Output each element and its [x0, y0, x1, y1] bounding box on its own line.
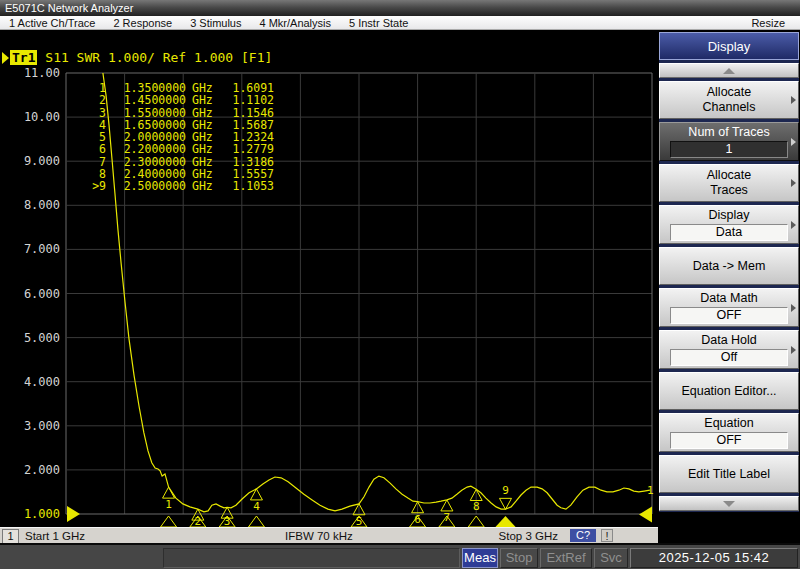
marker-1-axis-symbol — [161, 516, 177, 527]
menu-item-4[interactable]: 4 Mkr/Analysis — [250, 17, 340, 29]
active-marker-axis-symbol — [495, 516, 517, 527]
softkey-scroll-up-button[interactable] — [659, 63, 799, 78]
svc-indicator: Svc — [594, 548, 628, 568]
ifbw-label: IFBW 70 kHz — [285, 529, 353, 543]
softkey-allocate-traces-button[interactable]: AllocateTraces — [659, 164, 799, 202]
softkey-edit-title-label-button[interactable]: Edit Title Label — [659, 455, 799, 493]
message-area — [163, 548, 460, 568]
softkey-value: 1 — [670, 141, 788, 158]
softkey-equation-button[interactable]: EquationOFF — [659, 413, 799, 452]
marker-table-row: 21.4500000GHz1.1102 — [80, 94, 274, 106]
marker-freq: 2.2000000 — [114, 143, 186, 155]
instrument-screen: Tr1 S11 SWR 1.000/ Ref 1.000 [F1] 11.001… — [0, 31, 658, 527]
marker-freq: 2.5000000 — [114, 180, 186, 192]
meas-status-badge: Meas — [462, 548, 498, 568]
softkey-label: Data Hold — [701, 333, 757, 348]
marker-7-number: 7 — [444, 511, 451, 524]
scroll-up-icon — [723, 68, 735, 74]
reference-level-marker-left — [67, 506, 80, 522]
softkey-label: Allocate — [707, 168, 751, 183]
extref-indicator: ExtRef — [540, 548, 592, 568]
marker-4-axis-symbol — [248, 516, 264, 527]
softkey-label: Channels — [703, 100, 756, 115]
marker-value: 1.2779 — [226, 143, 274, 155]
softkey-label: Equation — [704, 416, 753, 431]
softkey-label: Edit Title Label — [688, 467, 770, 482]
marker-n: 2 — [80, 94, 106, 106]
softkey-label: Traces — [710, 183, 748, 198]
marker-freq: 1.4500000 — [114, 94, 186, 106]
submenu-arrow-icon — [791, 221, 796, 229]
softkey-data-to-mem-button[interactable]: Data -> Mem — [659, 247, 799, 285]
submenu-arrow-icon — [791, 96, 796, 104]
menu-bar: 1 Active Ch/Trace2 Response3 Stimulus4 M… — [0, 16, 800, 30]
marker-n: 6 — [80, 143, 106, 155]
softkey-label: Data -> Mem — [693, 259, 766, 274]
warning-badge: ! — [601, 529, 613, 542]
e5071c-application-window: E5071C Network Analyzer 1 Active Ch/Trac… — [0, 0, 800, 569]
marker-value: 1.1053 — [226, 180, 274, 192]
correction-status-badge: C? — [570, 529, 596, 542]
marker-n: >9 — [80, 180, 106, 192]
y-axis-tick-label: 1.000 — [24, 507, 60, 521]
datetime-display: 2025-12-05 15:42 — [630, 548, 798, 568]
softkey-label: Allocate — [707, 85, 751, 100]
menu-item-2[interactable]: 2 Response — [104, 17, 181, 29]
trace-header-text: S11 SWR 1.000/ Ref 1.000 [F1] — [45, 50, 272, 65]
menu-item-3[interactable]: 3 Stimulus — [181, 17, 250, 29]
menu-item-1[interactable]: 1 Active Ch/Trace — [0, 17, 104, 29]
active-marker-number: 9 — [502, 484, 509, 497]
trace-header[interactable]: Tr1 S11 SWR 1.000/ Ref 1.000 [F1] — [2, 50, 272, 65]
trace-name-badge: Tr1 — [10, 50, 37, 65]
y-axis-tick-label: 5.000 — [24, 331, 60, 345]
softkey-scroll-down-button[interactable] — [659, 496, 799, 511]
trace-number-label: 1 — [647, 484, 654, 497]
window-title-bar: E5071C Network Analyzer — [0, 0, 800, 16]
trace-format-text — [37, 50, 45, 65]
softkey-value: Data — [670, 224, 788, 241]
y-axis-tick-label: 7.000 — [24, 242, 60, 256]
reference-level-marker-right — [639, 507, 652, 523]
marker-4-number: 4 — [253, 500, 260, 513]
y-axis-tick-label: 6.000 — [24, 287, 60, 301]
softkey-allocate-channels-button[interactable]: AllocateChannels — [659, 81, 799, 119]
marker-unit: GHz — [192, 143, 218, 155]
marker-unit: GHz — [192, 94, 218, 106]
softkey-display-data-button[interactable]: DisplayData — [659, 205, 799, 244]
marker-table-row: 62.2000000GHz1.2779 — [80, 143, 274, 155]
y-axis-tick-label: 9.000 — [24, 154, 60, 168]
softkey-value: OFF — [670, 307, 788, 324]
sweep-stop-indicator: Stop — [500, 548, 538, 568]
channel-status-bar: 1 Start 1 GHz IFBW 70 kHz Stop 3 GHz C? … — [0, 527, 658, 544]
marker-8-axis-symbol — [468, 516, 484, 527]
scroll-down-icon — [723, 501, 735, 507]
marker-8-number: 8 — [473, 500, 480, 513]
y-axis-tick-label: 3.000 — [24, 419, 60, 433]
y-axis-tick-label: 2.000 — [24, 463, 60, 477]
submenu-arrow-icon — [791, 304, 796, 312]
softkey-menu-title: Display — [659, 32, 799, 60]
y-axis-tick-label: 8.000 — [24, 198, 60, 212]
marker-table-row: >92.5000000GHz1.1053 — [80, 180, 274, 192]
softkey-label: Equation Editor... — [681, 384, 776, 399]
softkey-data-math-button[interactable]: Data MathOFF — [659, 288, 799, 327]
active-trace-arrow-icon — [2, 52, 9, 64]
marker-1-number: 1 — [165, 498, 172, 511]
marker-table: 11.3500000GHz1.609121.4500000GHz1.110231… — [80, 82, 274, 193]
softkey-equation-editor-button[interactable]: Equation Editor... — [659, 372, 799, 410]
start-frequency-label: Start 1 GHz — [25, 529, 85, 543]
y-axis-tick-label: 4.000 — [24, 375, 60, 389]
softkey-sidebar: Display AllocateChannelsNum of Traces1Al… — [658, 31, 800, 543]
y-axis-tick-label: 11.00 — [24, 66, 60, 80]
softkey-data-hold-button[interactable]: Data HoldOff — [659, 330, 799, 369]
softkey-label: Display — [709, 208, 750, 223]
softkey-value: OFF — [670, 432, 788, 449]
menu-item-5[interactable]: 5 Instr State — [340, 17, 417, 29]
softkey-label: Num of Traces — [688, 125, 769, 140]
submenu-arrow-icon — [791, 138, 796, 146]
softkey-num-of-traces-button[interactable]: Num of Traces1 — [659, 122, 799, 161]
instrument-state-bar: Meas Stop ExtRef Svc 2025-12-05 15:42 — [0, 543, 800, 569]
menu-item-resize[interactable]: Resize — [742, 16, 794, 30]
window-title: E5071C Network Analyzer — [5, 2, 133, 14]
y-axis-tick-label: 10.00 — [24, 110, 60, 124]
